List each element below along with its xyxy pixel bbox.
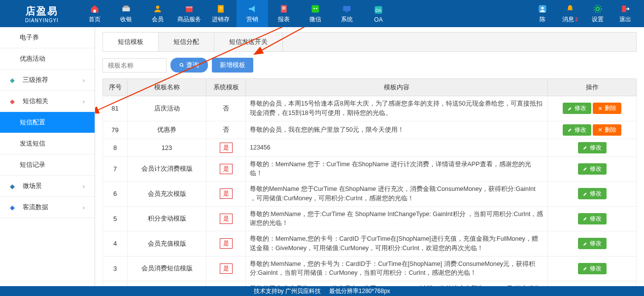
nav-oa[interactable]: OAOA [363,0,394,27]
edit-button[interactable]: 修改 [578,213,607,224]
cell-name: 店庆活动 [128,96,206,121]
svg-point-20 [542,7,544,9]
nav-wechat[interactable]: 微信 [300,0,331,27]
col-4: 操作 [548,79,637,96]
cell-ops: 修改 [548,206,637,231]
sys-badge: 是 [220,143,233,153]
cell-name: 会员消费短信模版 [128,256,206,281]
navr-label: 退出 [619,15,631,24]
member-icon [152,3,163,14]
edit-button[interactable]: 修改 [578,238,607,249]
side-label: 电子券 [20,33,39,42]
cell-ops: 修改 [548,231,637,257]
nav-stock[interactable]: 进销存 [205,0,237,27]
side-item-0[interactable]: 电子券 [0,27,95,48]
edit-button[interactable]: 修改 [578,142,607,153]
sidebar: 电子券优惠活动◆三级推荐›◆短信相关›短信配置发送短信短信记录◆微场景›◆客流数… [0,27,95,286]
nav-label: 收银 [120,15,132,24]
svg-rect-23 [622,5,626,12]
svg-point-21 [596,7,600,11]
home-icon [89,3,100,14]
gear-icon [592,3,603,14]
cell-ops: 修改 [548,281,637,287]
side-item-8[interactable]: ◆客流数据› [0,197,95,218]
search-input[interactable] [102,58,167,73]
cell-content: 123456 [246,139,548,156]
table-row: 8123是123456 修改 [103,139,637,156]
cell-name: 会员计次消费模版 [128,156,206,182]
cell-seq: 5 [103,206,128,231]
cell-content: 尊敬的:MemName，您的卡号为：CardID于：CurTime在[ShopN… [246,256,548,281]
add-template-button[interactable]: 新增模板 [212,58,253,73]
svg-line-29 [182,66,183,67]
nav-label: 报表 [278,15,290,24]
col-2: 系统模板 [206,79,246,96]
horn-icon [247,3,258,14]
query-label: 查询 [186,61,199,70]
svg-point-3 [156,5,160,9]
navr-exit[interactable]: 退出 [611,0,639,27]
edit-button[interactable]: 修改 [563,103,591,114]
nav-label: OA [374,16,382,23]
nav-system[interactable]: 系统 [331,0,363,27]
delete-button[interactable]: 删除 [593,124,621,136]
col-0: 序号 [103,79,128,96]
delete-button[interactable]: 删除 [593,103,621,114]
cell-ops: 修改 删除 [548,96,637,121]
brand-sub: DIANYINGYI [25,18,59,23]
nav-home[interactable]: 首页 [79,0,110,27]
cell-sys: 是 [206,206,246,231]
sys-badge: 是 [220,188,233,199]
svg-rect-12 [312,5,319,13]
edit-button[interactable]: 修改 [578,188,607,199]
navr-msg[interactable]: 消息2 [556,0,584,27]
side-item-7[interactable]: ◆微场景› [0,176,95,197]
table-row: 81店庆活动否尊敬的会员，本周15号恰逢本店8周年大庆，为了感谢您多年的支持，特… [103,96,637,121]
edit-button[interactable]: 修改 [578,163,607,175]
query-button[interactable]: 查询 [170,58,208,73]
table-row: 3会员消费短信模版是尊敬的:MemName，您的卡号为：CardID于：CurT… [103,256,637,281]
template-table: 序号模板名称系统模板模板内容操作 81店庆活动否尊敬的会员，本周15号恰逢本店8… [102,78,637,286]
side-item-2[interactable]: ◆三级推荐› [0,70,95,91]
topnav-list: 首页收银会员商品服务进销存营销报表微信系统OAOA [79,0,529,27]
nav-label: 商品服务 [177,15,201,24]
sys-badge: 是 [220,164,233,174]
edit-button[interactable]: 修改 [563,124,591,136]
side-label: 短信记录 [20,160,45,169]
nav-label: 进销存 [212,15,230,24]
mobile-icon: ◆ [10,183,19,190]
cell-ops: 修改 删除 [548,121,637,139]
col-1: 模板名称 [128,79,206,96]
svg-rect-11 [282,8,286,9]
nav-goods[interactable]: 商品服务 [173,0,205,27]
side-item-6[interactable]: 短信记录 [0,154,95,176]
navr-label: 陈 [540,15,545,24]
nav-label: 会员 [152,15,164,24]
edit-button[interactable]: 修改 [578,263,607,274]
side-item-4[interactable]: 短信配置 [0,112,95,133]
nav-report[interactable]: 报表 [268,0,300,27]
side-item-3[interactable]: ◆短信相关› [0,91,95,112]
nav-marketing[interactable]: 营销 [237,0,268,27]
navr-user[interactable]: 陈 [529,0,556,27]
side-item-1[interactable]: 优惠活动 [0,48,95,70]
side-item-5[interactable]: 发送短信 [0,133,95,154]
tab-1[interactable]: 短信分配 [159,33,214,51]
table-row: 2会员到期是尊敬的用户:您卡号为{CardId}的会员卡，将于{MemPastD… [103,281,637,287]
msg-badge: 2 [575,16,578,22]
svg-rect-0 [94,10,96,13]
col-3: 模板内容 [246,79,548,96]
tab-2[interactable]: 短信发送开关 [214,33,283,51]
cell-name: 积分变动模版 [128,206,206,231]
brand-logo: 店盈易 DIANYINGYI [5,4,79,23]
cell-ops: 修改 [548,139,637,156]
tab-0[interactable]: 短信模板 [103,33,159,51]
cell-seq: 81 [103,96,128,121]
nav-member[interactable]: 会员 [142,0,173,27]
navr-settings[interactable]: 设置 [584,0,611,27]
nav-cashier[interactable]: 收银 [110,0,142,27]
nav-label: 营销 [246,15,258,24]
svg-point-22 [594,5,602,13]
cell-content: 尊敬的:MemName，您于:CurTime 在 ShopName IntCha… [246,206,548,231]
svg-rect-15 [343,6,351,11]
